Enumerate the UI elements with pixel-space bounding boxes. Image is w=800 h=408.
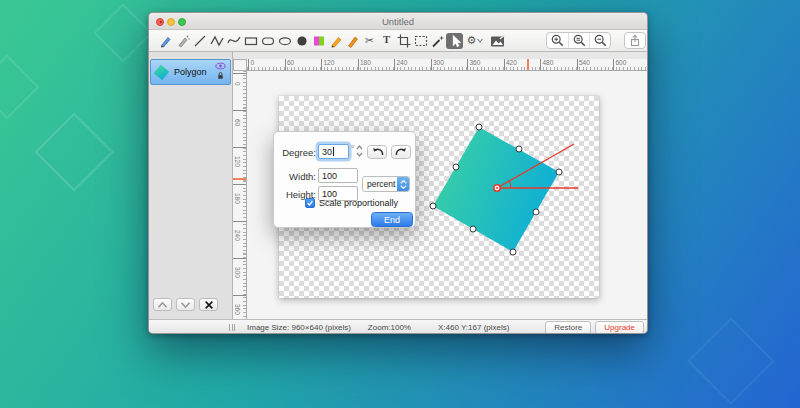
background-diamond-decoration <box>0 54 40 119</box>
rectangle-tool[interactable] <box>242 33 259 49</box>
lock-icon[interactable] <box>216 71 225 80</box>
shape-handle[interactable] <box>470 226 476 232</box>
content-area: Polygon <box>149 52 647 319</box>
export-image-button[interactable] <box>487 33 508 49</box>
share-icon <box>629 34 641 47</box>
vertical-ruler: 060120180240300360 <box>233 71 247 319</box>
degree-unit: ° <box>351 144 355 154</box>
filled-circle-tool[interactable] <box>293 33 310 49</box>
h-ruler-label: 300 <box>431 59 444 70</box>
text-tool-icon: T <box>383 35 390 46</box>
h-ruler-label: 60 <box>285 59 295 70</box>
move-layer-up-button[interactable] <box>153 298 172 311</box>
h-ruler-label: 540 <box>577 59 590 70</box>
h-ruler-label: 360 <box>467 59 480 70</box>
shape-handle[interactable] <box>510 249 516 255</box>
degree-label: Degree: <box>278 147 316 158</box>
chevron-up-icon <box>157 301 168 309</box>
pen-tool[interactable] <box>157 33 174 49</box>
close-x-icon <box>204 300 214 310</box>
degree-stepper[interactable] <box>356 145 363 157</box>
window-title: Untitled <box>149 16 647 27</box>
line-tool[interactable] <box>191 33 208 49</box>
zoom-out-button[interactable] <box>589 33 610 48</box>
gear-menu-button[interactable]: ⚙ <box>463 33 487 49</box>
h-ruler-label: 480 <box>540 59 553 70</box>
rotate-counterclockwise-button[interactable] <box>367 145 387 159</box>
v-ruler-label: 300 <box>233 258 246 270</box>
layer-controls <box>153 298 218 311</box>
marker-tool[interactable] <box>344 33 361 49</box>
background-diamond-decoration <box>34 112 113 191</box>
rotation-center-handle[interactable] <box>494 185 500 191</box>
shape-handle[interactable] <box>556 169 562 175</box>
shape-handle[interactable] <box>533 209 539 215</box>
layers-sidebar: Polygon <box>149 52 233 319</box>
upgrade-button[interactable]: Upgrade <box>595 321 644 335</box>
zoom-in-button[interactable] <box>547 33 568 48</box>
v-ruler-label: 60 <box>233 110 246 122</box>
ruler-x-marker <box>527 59 529 70</box>
layer-item-polygon[interactable]: Polygon <box>150 59 231 85</box>
shape-handle[interactable] <box>476 124 482 130</box>
magic-wand-tool[interactable] <box>429 33 446 49</box>
h-ruler-label: 240 <box>394 59 407 70</box>
v-ruler-label: 240 <box>233 221 246 233</box>
h-ruler-label: 420 <box>504 59 517 70</box>
width-label: Width: <box>278 171 316 182</box>
h-ruler-label: 120 <box>321 59 334 70</box>
rotate-clockwise-button[interactable] <box>391 145 411 159</box>
status-bar: Image Size: 960×640 (pixels) Zoom:100% X… <box>149 319 647 334</box>
move-tool-selected[interactable] <box>446 33 463 49</box>
title-bar[interactable]: Untitled <box>149 13 647 30</box>
crop-tool[interactable] <box>395 33 412 49</box>
h-ruler-label: 600 <box>613 59 626 70</box>
checkmark-icon <box>306 199 314 207</box>
unit-dropdown[interactable]: percent <box>362 176 410 192</box>
text-tool[interactable]: T <box>378 33 395 49</box>
chevron-down-icon <box>477 38 483 43</box>
degree-input[interactable]: 30 <box>318 144 349 159</box>
rotate-scale-dialog: Degree: 30 ° Width: 100 Height: 100 <box>273 131 416 228</box>
ellipse-tool[interactable] <box>276 33 293 49</box>
delete-layer-button[interactable] <box>199 298 218 311</box>
horizontal-ruler: 060120180240300360420480540600660 <box>247 59 648 71</box>
marquee-tool[interactable] <box>412 33 429 49</box>
background-diamond-decoration <box>93 3 152 62</box>
end-button[interactable]: End <box>371 212 413 227</box>
zigzag-tool[interactable] <box>208 33 225 49</box>
curve-tool[interactable] <box>225 33 242 49</box>
image-icon <box>490 34 506 48</box>
desktop-background: Untitled <box>0 0 800 408</box>
zoom-level-text: Zoom:100% <box>368 323 411 332</box>
move-layer-down-button[interactable] <box>176 298 195 311</box>
canvas-viewport[interactable]: Degree: 30 ° Width: 100 Height: 100 <box>247 71 648 319</box>
width-input[interactable]: 100 <box>318 168 358 183</box>
shape-handle[interactable] <box>453 164 459 170</box>
brush-tool[interactable] <box>174 33 191 49</box>
pencil-tool[interactable] <box>327 33 344 49</box>
toolbar: ✂ T ⚙ <box>149 30 647 52</box>
gradient-fill-tool[interactable] <box>310 33 327 49</box>
zoom-control-group <box>546 32 611 49</box>
shape-handle[interactable] <box>516 146 522 152</box>
v-ruler-label: 0 <box>233 73 246 85</box>
scissors-icon: ✂ <box>365 35 374 46</box>
v-ruler-label: 360 <box>233 295 246 307</box>
cursor-coordinates-text: X:460 Y:167 (pixels) <box>438 323 509 332</box>
dropdown-stepper-icon <box>397 177 409 191</box>
rounded-rect-tool[interactable] <box>259 33 276 49</box>
ruler-corner <box>233 59 247 71</box>
shape-handle[interactable] <box>430 203 436 209</box>
scale-proportionally-checkbox[interactable] <box>305 198 315 208</box>
share-button[interactable] <box>624 32 646 49</box>
zoom-actual-size-button[interactable] <box>568 33 589 48</box>
sidebar-resize-handle[interactable] <box>229 324 235 331</box>
ruler-y-marker <box>233 178 246 180</box>
restore-button[interactable]: Restore <box>545 321 591 335</box>
v-ruler-label: 120 <box>233 147 246 159</box>
scissors-tool-icon scissors-icon[interactable]: ✂ <box>361 33 378 49</box>
scale-proportionally-label: Scale proportionally <box>319 198 398 208</box>
text-caret <box>333 147 334 156</box>
visibility-eye-icon[interactable] <box>214 61 227 71</box>
